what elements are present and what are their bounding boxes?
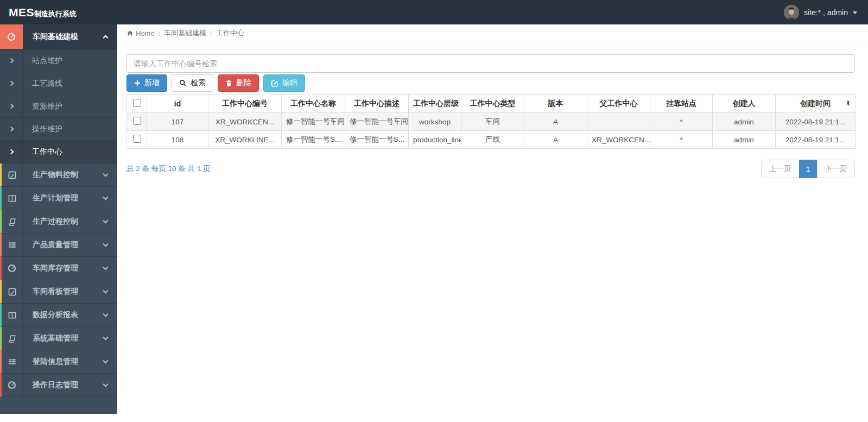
select-all-cell xyxy=(127,95,147,113)
sidebar-subitem-work-center[interactable]: 工作中心 xyxy=(0,141,117,163)
chevron-down-icon xyxy=(103,242,109,247)
select-all-checkbox[interactable] xyxy=(133,99,141,107)
caret-down-icon xyxy=(853,11,857,14)
breadcrumb: Home / 车间基础建模 / 工作中心 xyxy=(117,24,868,42)
sidebar-item-label: 车间看板管理 xyxy=(33,287,78,297)
row-select-cell xyxy=(127,131,147,149)
sidebar-subitem-resource-maintenance[interactable]: 资源维护 xyxy=(0,95,117,118)
column-header-code: 工作中心编号 xyxy=(208,95,282,113)
sidebar-item-label: 车间库存管理 xyxy=(33,263,78,273)
table-row[interactable]: 108 XR_WORKLINE... 修一智能一号S... 修一智能一号S...… xyxy=(127,131,856,149)
work-center-table: id 工作中心编号 工作中心名称 工作中心描述 工作中心层级 工作中心类型 版本… xyxy=(126,95,856,149)
cell-creator: admin xyxy=(713,113,776,131)
chevron-up-icon xyxy=(103,35,109,41)
row-checkbox[interactable] xyxy=(133,117,141,125)
sidebar-item-login-info-management[interactable]: 登陆信息管理 xyxy=(0,350,117,374)
cell-description: 修一智能一号车间 xyxy=(345,113,409,131)
column-header-type: 工作中心类型 xyxy=(461,95,524,113)
sidebar-subitem-operation-maintenance[interactable]: 操作维护 xyxy=(0,118,117,141)
column-header-created-time: 创建时间 xyxy=(776,95,856,113)
sidebar-item-operation-log-management[interactable]: 操作日志管理 xyxy=(0,374,117,397)
pagination-controls: 上一页 1 下一页 xyxy=(761,160,855,178)
sidebar-item-production-process-control[interactable]: 生产过程控制 xyxy=(0,210,117,234)
breadcrumb-home-link[interactable]: Home xyxy=(126,29,155,37)
delete-button-label: 删除 xyxy=(236,78,251,88)
breadcrumb-separator: / xyxy=(210,29,212,37)
pin-icon[interactable] xyxy=(845,100,851,109)
add-button[interactable]: 新增 xyxy=(126,74,167,92)
sidebar-item-label: 产品质量管理 xyxy=(33,240,78,250)
column-header-id: id xyxy=(147,95,208,113)
pagination-summary[interactable]: 总 2 条 每页 10 条 共 1 页 xyxy=(126,164,211,174)
sidebar-subitem-station-maintenance[interactable]: 站点维护 xyxy=(0,49,117,72)
list-icon xyxy=(2,234,23,256)
cell-type: 产线 xyxy=(461,131,524,149)
chevron-down-icon xyxy=(103,172,109,177)
sidebar-item-production-material-control[interactable]: 生产物料控制 xyxy=(0,163,117,187)
edit-button[interactable]: 编辑 xyxy=(263,74,305,92)
app-logo[interactable]: MES制造执行系统 xyxy=(0,6,117,19)
user-menu[interactable]: site:* , admin xyxy=(784,5,868,20)
table-row[interactable]: 107 XR_WORKCEN... 修一智能一号车间 修一智能一号车间 work… xyxy=(127,113,856,131)
cell-parent xyxy=(587,113,650,131)
breadcrumb-level1-link[interactable]: 车间基础建模 xyxy=(164,28,206,38)
main-content: Home / 车间基础建模 / 工作中心 新增 检索 删除 编辑 xyxy=(117,24,868,422)
delete-button[interactable]: 删除 xyxy=(218,74,259,92)
sidebar-item-workshop-kanban-management[interactable]: 车间看板管理 xyxy=(0,280,117,304)
breadcrumb-home-label: Home xyxy=(136,29,155,37)
sidebar-item-workshop-base-modeling[interactable]: 车间基础建模 xyxy=(0,24,117,49)
sidebar-item-label: 数据分析报表 xyxy=(33,310,78,320)
cell-creator: admin xyxy=(713,131,776,149)
current-page-button[interactable]: 1 xyxy=(799,160,818,178)
sidebar-item-product-quality-management[interactable]: 产品质量管理 xyxy=(0,234,117,257)
sidebar-item-data-analysis-reports[interactable]: 数据分析报表 xyxy=(0,304,117,327)
search-button-label: 检索 xyxy=(191,78,206,88)
search-button[interactable]: 检索 xyxy=(172,74,213,92)
user-avatar xyxy=(784,5,799,20)
sidebar-item-system-base-management[interactable]: 系统基础管理 xyxy=(0,327,117,350)
chevron-right-icon xyxy=(0,141,23,163)
cell-created-time: 2022-08-19 21:1... xyxy=(776,113,856,131)
edit-icon xyxy=(271,79,278,87)
cell-type: 车间 xyxy=(461,113,524,131)
column-header-creator: 创建人 xyxy=(713,95,776,113)
cell-created-time: 2022-08-19 21:1... xyxy=(776,131,856,149)
logo-text-primary: MES xyxy=(9,6,34,18)
sidebar-subitem-label: 操作维护 xyxy=(32,124,62,134)
chevron-down-icon xyxy=(103,288,109,294)
sidebar-item-production-plan-management[interactable]: 生产计划管理 xyxy=(0,187,117,210)
work-center-page: 新增 检索 删除 编辑 xyxy=(117,42,868,178)
sidebar-item-workshop-inventory-management[interactable]: 车间库存管理 xyxy=(0,257,117,280)
logo-text-secondary: 制造执行系统 xyxy=(34,10,77,18)
pencil-square-icon xyxy=(2,163,23,186)
row-checkbox[interactable] xyxy=(133,135,141,143)
edit-button-label: 编辑 xyxy=(282,78,297,88)
sidebar-item-label: 登陆信息管理 xyxy=(33,357,78,367)
next-page-button[interactable]: 下一页 xyxy=(817,160,856,178)
columns-icon xyxy=(2,187,23,210)
cell-level: workshop xyxy=(409,113,461,131)
search-icon xyxy=(179,79,187,87)
home-icon xyxy=(126,30,134,36)
chevron-down-icon xyxy=(103,218,109,224)
sidebar-subitem-label: 站点维护 xyxy=(32,56,62,66)
chevron-down-icon xyxy=(103,335,109,341)
breadcrumb-current: 工作中心 xyxy=(216,28,244,38)
sidebar-subitem-label: 资源维护 xyxy=(32,102,62,111)
topbar: MES制造执行系统 site:* , admin xyxy=(0,0,868,24)
toolbar: 新增 检索 删除 编辑 xyxy=(126,74,855,92)
cell-version: A xyxy=(524,131,587,149)
search-input[interactable] xyxy=(126,54,855,73)
sidebar-subitem-process-route[interactable]: 工艺路线 xyxy=(0,72,117,95)
chevron-right-icon xyxy=(0,72,23,95)
prev-page-button[interactable]: 上一页 xyxy=(761,160,800,178)
cell-parent: XR_WORKCEN... xyxy=(587,131,650,149)
sidebar-item-label: 系统基础管理 xyxy=(33,333,78,343)
chevron-down-icon xyxy=(103,382,109,387)
add-button-label: 新增 xyxy=(144,78,160,88)
cell-name: 修一智能一号车间 xyxy=(282,113,345,131)
user-label: site:* , admin xyxy=(804,8,848,17)
column-header-parent: 父工作中心 xyxy=(587,95,650,113)
sidebar-item-label: 生产计划管理 xyxy=(33,193,78,203)
gauge-icon xyxy=(2,374,23,396)
